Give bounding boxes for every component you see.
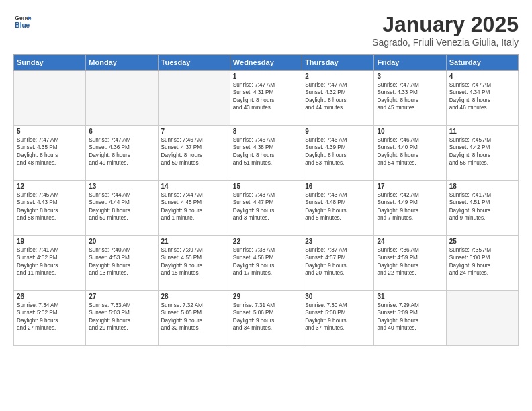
- cell-content: Sunrise: 7:37 AMSunset: 4:57 PMDaylight:…: [305, 246, 371, 277]
- calendar-cell: [446, 291, 518, 346]
- day-number: 30: [305, 293, 371, 300]
- calendar-cell: 18Sunrise: 7:41 AMSunset: 4:51 PMDayligh…: [446, 181, 518, 236]
- calendar-cell: 10Sunrise: 7:46 AMSunset: 4:40 PMDayligh…: [374, 126, 446, 181]
- day-number: 12: [17, 183, 83, 190]
- cell-content: Sunrise: 7:47 AMSunset: 4:36 PMDaylight:…: [89, 136, 154, 167]
- cell-content: Sunrise: 7:46 AMSunset: 4:37 PMDaylight:…: [161, 136, 227, 167]
- calendar-cell: 14Sunrise: 7:44 AMSunset: 4:45 PMDayligh…: [158, 181, 230, 236]
- cell-content: Sunrise: 7:43 AMSunset: 4:47 PMDaylight:…: [233, 191, 299, 222]
- day-number: 17: [377, 183, 443, 190]
- cell-content: Sunrise: 7:44 AMSunset: 4:45 PMDaylight:…: [161, 191, 227, 222]
- calendar-cell: 6Sunrise: 7:47 AMSunset: 4:36 PMDaylight…: [86, 126, 158, 181]
- day-number: 31: [377, 293, 443, 300]
- day-number: 27: [89, 293, 154, 300]
- day-number: 3: [377, 73, 443, 80]
- day-number: 29: [233, 293, 299, 300]
- calendar-cell: 3Sunrise: 7:47 AMSunset: 4:33 PMDaylight…: [374, 71, 446, 126]
- cell-content: Sunrise: 7:30 AMSunset: 5:08 PMDaylight:…: [305, 302, 371, 332]
- calendar-subtitle: Sagrado, Friuli Venezia Giulia, Italy: [372, 37, 519, 48]
- cell-content: Sunrise: 7:41 AMSunset: 4:51 PMDaylight:…: [449, 191, 515, 222]
- calendar-cell: 13Sunrise: 7:44 AMSunset: 4:44 PMDayligh…: [86, 181, 158, 236]
- day-number: 20: [89, 238, 154, 245]
- cell-content: Sunrise: 7:47 AMSunset: 4:33 PMDaylight:…: [377, 81, 443, 112]
- calendar-cell: 12Sunrise: 7:45 AMSunset: 4:43 PMDayligh…: [14, 181, 86, 236]
- calendar-cell: 2Sunrise: 7:47 AMSunset: 4:32 PMDaylight…: [302, 71, 374, 126]
- page: General Blue January 2025 Sagrado, Friul…: [0, 0, 532, 411]
- header-row: Sunday Monday Tuesday Wednesday Thursday…: [14, 55, 519, 71]
- calendar-week-4: 26Sunrise: 7:34 AMSunset: 5:02 PMDayligh…: [14, 291, 519, 346]
- day-number: 19: [17, 238, 83, 245]
- day-number: 9: [305, 128, 371, 135]
- cell-content: Sunrise: 7:41 AMSunset: 4:52 PMDaylight:…: [17, 246, 83, 277]
- calendar-cell: 31Sunrise: 7:29 AMSunset: 5:09 PMDayligh…: [374, 291, 446, 346]
- calendar-cell: 30Sunrise: 7:30 AMSunset: 5:08 PMDayligh…: [302, 291, 374, 346]
- col-monday: Monday: [86, 55, 158, 71]
- calendar-cell: 5Sunrise: 7:47 AMSunset: 4:35 PMDaylight…: [14, 126, 86, 181]
- col-sunday: Sunday: [14, 55, 86, 71]
- day-number: 26: [17, 293, 83, 300]
- cell-content: Sunrise: 7:29 AMSunset: 5:09 PMDaylight:…: [377, 302, 443, 332]
- cell-content: Sunrise: 7:38 AMSunset: 4:56 PMDaylight:…: [233, 246, 299, 277]
- calendar-week-0: 1Sunrise: 7:47 AMSunset: 4:31 PMDaylight…: [14, 71, 519, 126]
- calendar-cell: 1Sunrise: 7:47 AMSunset: 4:31 PMDaylight…: [230, 71, 302, 126]
- col-friday: Friday: [374, 55, 446, 71]
- calendar-table: Sunday Monday Tuesday Wednesday Thursday…: [13, 54, 519, 346]
- calendar-cell: 24Sunrise: 7:36 AMSunset: 4:59 PMDayligh…: [374, 236, 446, 291]
- col-wednesday: Wednesday: [230, 55, 302, 71]
- cell-content: Sunrise: 7:32 AMSunset: 5:05 PMDaylight:…: [161, 302, 227, 332]
- cell-content: Sunrise: 7:46 AMSunset: 4:40 PMDaylight:…: [377, 136, 443, 167]
- calendar-cell: 7Sunrise: 7:46 AMSunset: 4:37 PMDaylight…: [158, 126, 230, 181]
- calendar-cell: 25Sunrise: 7:35 AMSunset: 5:00 PMDayligh…: [446, 236, 518, 291]
- day-number: 18: [449, 183, 515, 190]
- calendar-cell: 9Sunrise: 7:46 AMSunset: 4:39 PMDaylight…: [302, 126, 374, 181]
- calendar-cell: 4Sunrise: 7:47 AMSunset: 4:34 PMDaylight…: [446, 71, 518, 126]
- calendar-cell: 11Sunrise: 7:45 AMSunset: 4:42 PMDayligh…: [446, 126, 518, 181]
- cell-content: Sunrise: 7:31 AMSunset: 5:06 PMDaylight:…: [233, 302, 299, 332]
- calendar-cell: 21Sunrise: 7:39 AMSunset: 4:55 PMDayligh…: [158, 236, 230, 291]
- day-number: 23: [305, 238, 371, 245]
- cell-content: Sunrise: 7:46 AMSunset: 4:39 PMDaylight:…: [305, 136, 371, 167]
- cell-content: Sunrise: 7:36 AMSunset: 4:59 PMDaylight:…: [377, 246, 443, 277]
- calendar-cell: 28Sunrise: 7:32 AMSunset: 5:05 PMDayligh…: [158, 291, 230, 346]
- day-number: 28: [161, 293, 227, 300]
- cell-content: Sunrise: 7:34 AMSunset: 5:02 PMDaylight:…: [17, 302, 83, 332]
- cell-content: Sunrise: 7:47 AMSunset: 4:35 PMDaylight:…: [17, 136, 83, 167]
- day-number: 10: [377, 128, 443, 135]
- day-number: 14: [161, 183, 227, 190]
- calendar-cell: 27Sunrise: 7:33 AMSunset: 5:03 PMDayligh…: [86, 291, 158, 346]
- col-saturday: Saturday: [446, 55, 518, 71]
- day-number: 8: [233, 128, 299, 135]
- cell-content: Sunrise: 7:43 AMSunset: 4:48 PMDaylight:…: [305, 191, 371, 222]
- cell-content: Sunrise: 7:45 AMSunset: 4:42 PMDaylight:…: [449, 136, 515, 167]
- cell-content: Sunrise: 7:45 AMSunset: 4:43 PMDaylight:…: [17, 191, 83, 222]
- calendar-title: January 2025: [372, 12, 519, 37]
- header: General Blue January 2025 Sagrado, Friul…: [13, 12, 519, 48]
- day-number: 16: [305, 183, 371, 190]
- cell-content: Sunrise: 7:33 AMSunset: 5:03 PMDaylight:…: [89, 302, 154, 332]
- calendar-cell: [158, 71, 230, 126]
- cell-content: Sunrise: 7:42 AMSunset: 4:49 PMDaylight:…: [377, 191, 443, 222]
- calendar-cell: 19Sunrise: 7:41 AMSunset: 4:52 PMDayligh…: [14, 236, 86, 291]
- col-thursday: Thursday: [302, 55, 374, 71]
- calendar-week-1: 5Sunrise: 7:47 AMSunset: 4:35 PMDaylight…: [14, 126, 519, 181]
- day-number: 4: [449, 73, 515, 80]
- cell-content: Sunrise: 7:46 AMSunset: 4:38 PMDaylight:…: [233, 136, 299, 167]
- cell-content: Sunrise: 7:44 AMSunset: 4:44 PMDaylight:…: [89, 191, 154, 222]
- calendar-cell: 16Sunrise: 7:43 AMSunset: 4:48 PMDayligh…: [302, 181, 374, 236]
- logo: General Blue: [13, 12, 32, 31]
- cell-content: Sunrise: 7:39 AMSunset: 4:55 PMDaylight:…: [161, 246, 227, 277]
- calendar-cell: [86, 71, 158, 126]
- calendar-cell: 15Sunrise: 7:43 AMSunset: 4:47 PMDayligh…: [230, 181, 302, 236]
- cell-content: Sunrise: 7:47 AMSunset: 4:34 PMDaylight:…: [449, 81, 515, 112]
- day-number: 1: [233, 73, 299, 80]
- cell-content: Sunrise: 7:47 AMSunset: 4:32 PMDaylight:…: [305, 81, 371, 112]
- calendar-cell: 17Sunrise: 7:42 AMSunset: 4:49 PMDayligh…: [374, 181, 446, 236]
- cell-content: Sunrise: 7:47 AMSunset: 4:31 PMDaylight:…: [233, 81, 299, 112]
- col-tuesday: Tuesday: [158, 55, 230, 71]
- calendar-week-3: 19Sunrise: 7:41 AMSunset: 4:52 PMDayligh…: [14, 236, 519, 291]
- calendar-week-2: 12Sunrise: 7:45 AMSunset: 4:43 PMDayligh…: [14, 181, 519, 236]
- day-number: 21: [161, 238, 227, 245]
- day-number: 15: [233, 183, 299, 190]
- day-number: 2: [305, 73, 371, 80]
- day-number: 13: [89, 183, 154, 190]
